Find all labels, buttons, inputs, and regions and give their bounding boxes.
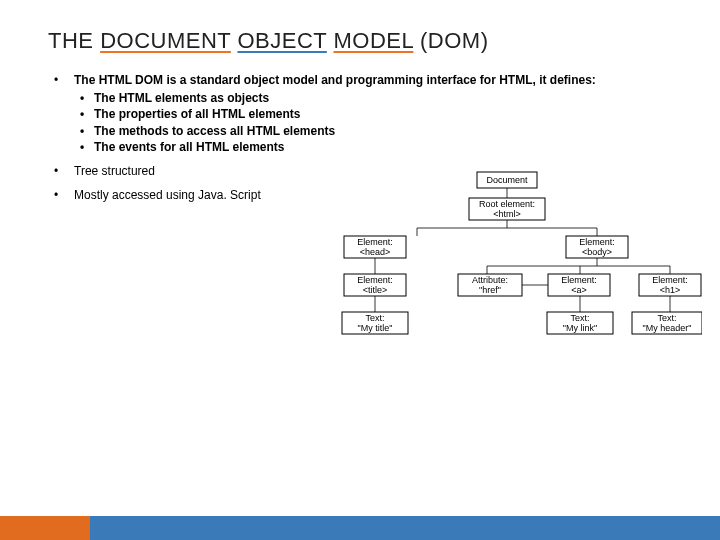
sub-bullet: The events for all HTML elements (80, 139, 680, 155)
dom-tree-diagram: Document Root element: <html> Element: <… (312, 170, 702, 345)
svg-text:Attribute:: Attribute: (472, 275, 508, 285)
svg-text:"My link": "My link" (563, 323, 597, 333)
svg-text:Text:: Text: (365, 313, 384, 323)
svg-text:Document: Document (486, 175, 528, 185)
svg-text:Element:: Element: (357, 275, 393, 285)
sub-bullet: The HTML elements as objects (80, 90, 680, 106)
slide-title: THE DOCUMENT OBJECT MODEL (DOM) (48, 28, 680, 54)
svg-text:"href": "href" (479, 285, 501, 295)
svg-text:<html>: <html> (493, 209, 521, 219)
svg-text:"My header": "My header" (643, 323, 692, 333)
bullet-text: The HTML DOM is a standard object model … (74, 73, 596, 87)
title-word: (DOM) (420, 28, 488, 53)
sub-bullet: The methods to access all HTML elements (80, 123, 680, 139)
svg-text:<head>: <head> (360, 247, 391, 257)
svg-text:Text:: Text: (657, 313, 676, 323)
title-word: MODEL (333, 28, 413, 53)
footer-decoration (0, 516, 720, 540)
svg-text:Element:: Element: (357, 237, 393, 247)
title-word: THE (48, 28, 94, 53)
sub-bullet: The properties of all HTML elements (80, 106, 680, 122)
svg-text:Text:: Text: (570, 313, 589, 323)
svg-text:Element:: Element: (579, 237, 615, 247)
svg-text:Root element:: Root element: (479, 199, 535, 209)
bullet-text: Tree structured (74, 164, 155, 178)
title-word: OBJECT (237, 28, 326, 53)
svg-text:"My title": "My title" (358, 323, 393, 333)
svg-text:<body>: <body> (582, 247, 612, 257)
svg-text:Element:: Element: (652, 275, 688, 285)
svg-text:<title>: <title> (363, 285, 388, 295)
bullet-item: The HTML DOM is a standard object model … (54, 72, 680, 155)
bullet-text: Mostly accessed using Java. Script (74, 188, 261, 202)
svg-text:Element:: Element: (561, 275, 597, 285)
svg-text:<h1>: <h1> (660, 285, 681, 295)
title-word: DOCUMENT (100, 28, 231, 53)
svg-text:<a>: <a> (571, 285, 587, 295)
